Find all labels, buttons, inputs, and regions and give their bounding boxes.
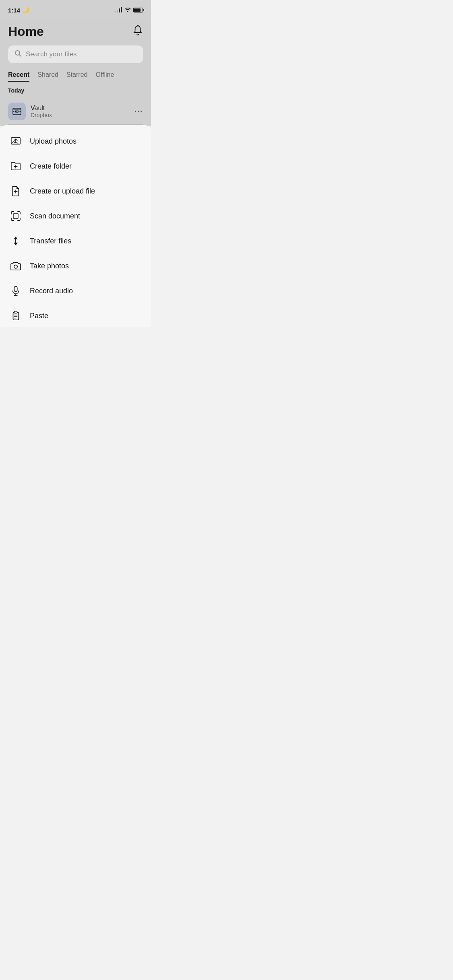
svg-rect-18 <box>14 311 17 313</box>
transfer-icon <box>10 235 22 247</box>
search-placeholder: Search your files <box>26 50 77 58</box>
home-screen-background: Home Search your files Recent Shared Sta… <box>0 18 151 126</box>
upload-photos-label: Upload photos <box>30 137 77 146</box>
notification-bell-icon[interactable] <box>132 25 143 39</box>
today-section-label: Today <box>8 87 143 94</box>
vault-file-path: Dropbox <box>31 112 134 118</box>
status-icons <box>115 7 143 13</box>
svg-rect-14 <box>14 286 17 292</box>
search-icon <box>14 50 22 59</box>
file-item-vault[interactable]: Vault Dropbox ··· <box>8 99 143 125</box>
vault-file-name: Vault <box>31 105 134 112</box>
search-bar[interactable]: Search your files <box>8 45 143 63</box>
time-label: 1:14 <box>8 7 20 14</box>
record-audio-item[interactable]: Record audio <box>0 278 151 303</box>
scan-doc-icon <box>10 210 22 222</box>
tabs-bar: Recent Shared Starred Offline <box>8 71 143 82</box>
page-title: Home <box>8 24 44 39</box>
record-audio-label: Record audio <box>30 287 73 295</box>
scan-document-label: Scan document <box>30 212 80 220</box>
status-bar: 1:14 🌙 <box>0 0 151 18</box>
svg-point-3 <box>17 111 17 112</box>
transfer-files-item[interactable]: Transfer files <box>0 229 151 253</box>
microphone-icon <box>10 285 22 297</box>
vault-file-info: Vault Dropbox <box>31 105 134 118</box>
take-photos-item[interactable]: Take photos <box>0 253 151 278</box>
take-photos-label: Take photos <box>30 262 69 270</box>
create-file-icon <box>10 185 22 197</box>
paste-icon <box>10 310 22 322</box>
scan-document-item[interactable]: Scan document <box>0 204 151 229</box>
vault-file-icon <box>8 103 26 120</box>
tab-starred[interactable]: Starred <box>66 71 87 82</box>
tab-recent[interactable]: Recent <box>8 71 29 82</box>
transfer-files-label: Transfer files <box>30 237 71 245</box>
status-time: 1:14 🌙 <box>8 6 29 14</box>
camera-icon <box>10 260 22 272</box>
upload-photos-item[interactable]: Upload photos <box>0 129 151 154</box>
svg-rect-17 <box>13 313 19 320</box>
signal-icon <box>115 8 122 12</box>
paste-label: Paste <box>30 312 48 320</box>
paste-item[interactable]: Paste <box>0 303 151 327</box>
svg-rect-12 <box>13 214 18 218</box>
tab-shared[interactable]: Shared <box>37 71 58 82</box>
tab-offline[interactable]: Offline <box>95 71 114 82</box>
svg-point-13 <box>14 265 17 268</box>
moon-icon: 🌙 <box>22 6 29 14</box>
wifi-icon <box>124 7 131 13</box>
create-upload-file-label: Create or upload file <box>30 187 95 196</box>
create-folder-label: Create folder <box>30 162 72 171</box>
create-upload-file-item[interactable]: Create or upload file <box>0 179 151 204</box>
upload-photos-icon <box>10 135 22 147</box>
battery-icon <box>133 8 143 12</box>
action-bottom-sheet: Upload photos Create folder Create or up… <box>0 125 151 327</box>
vault-more-button[interactable]: ··· <box>134 107 143 116</box>
create-folder-icon <box>10 160 22 172</box>
create-folder-item[interactable]: Create folder <box>0 154 151 179</box>
